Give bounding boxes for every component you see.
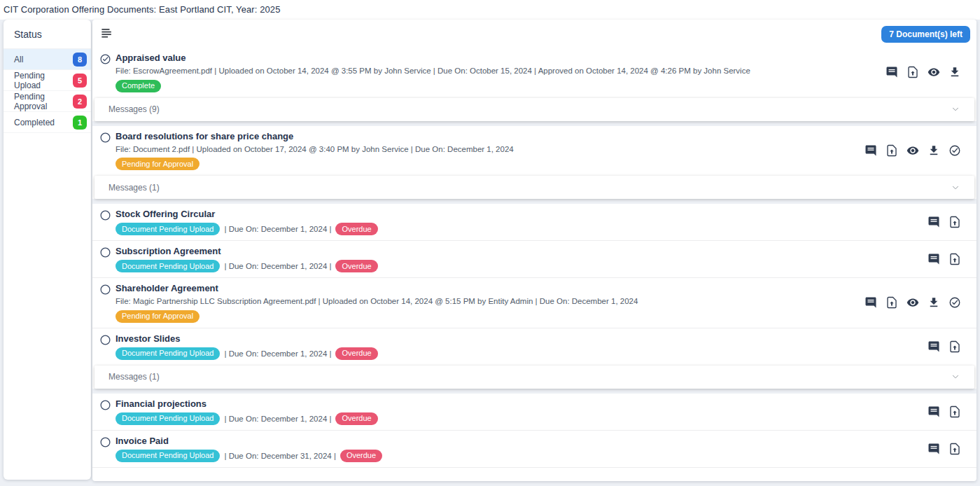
document-row: Board resolutions for share price change… — [92, 126, 976, 176]
upload-file-icon[interactable] — [948, 340, 961, 353]
due-text: | Due On: December 1, 2024 | — [224, 225, 331, 233]
document-meta: File: Magic Partnership LLC Subscription… — [115, 296, 638, 306]
document-title: Invoice Paid — [115, 436, 382, 447]
chevron-down-icon[interactable] — [951, 372, 960, 382]
count-badge: 1 — [73, 116, 87, 130]
chevron-down-icon[interactable] — [951, 183, 960, 193]
overdue-badge: Overdue — [335, 412, 377, 425]
sidebar-item-all[interactable]: All 8 — [4, 49, 91, 70]
window-titlebar: CIT Corporation Offering Documents: East… — [0, 0, 980, 20]
due-text: | Due On: December 1, 2024 | — [224, 349, 331, 358]
document-row: Invoice Paid Document Pending Upload | D… — [92, 430, 976, 467]
circle-icon — [99, 247, 111, 258]
document-title: Board resolutions for share price change — [115, 131, 514, 142]
document-meta: File: Document 2.pdf | Uploaded on Octob… — [115, 144, 514, 154]
circle-icon — [99, 334, 111, 346]
circle-icon — [99, 209, 111, 221]
comment-icon[interactable] — [927, 340, 940, 353]
overdue-badge: Overdue — [340, 450, 382, 462]
row-gap — [92, 121, 976, 126]
upload-file-icon[interactable] — [948, 405, 961, 418]
download-icon[interactable] — [948, 66, 961, 78]
check-circle-icon — [99, 53, 111, 65]
list-menu-icon[interactable] — [100, 27, 113, 40]
row-actions — [864, 144, 961, 157]
comment-icon[interactable] — [927, 405, 940, 418]
upload-file-icon[interactable] — [948, 443, 961, 455]
download-icon[interactable] — [927, 296, 940, 309]
row-actions — [927, 340, 961, 353]
messages-expander[interactable]: Messages (9) — [94, 98, 974, 121]
upload-file-icon[interactable] — [948, 216, 961, 228]
comment-icon[interactable] — [927, 216, 940, 228]
page-title: CIT Corporation Offering Documents: East… — [4, 4, 281, 15]
approve-icon[interactable] — [948, 296, 961, 309]
row-actions — [927, 443, 961, 455]
document-meta: File: EscrowAgreement.pdf | Uploaded on … — [115, 66, 750, 76]
document-row: Subscription Agreement Document Pending … — [92, 240, 976, 277]
comment-icon[interactable] — [927, 253, 940, 265]
document-row: Financial projections Document Pending U… — [92, 394, 976, 430]
count-badge: 8 — [73, 53, 87, 67]
pending-upload-badge: Document Pending Upload — [115, 223, 220, 235]
document-row: Stock Offering Circular Document Pending… — [92, 204, 976, 240]
status-badge: Pending for Approval — [115, 158, 200, 170]
status-badge: Pending for Approval — [115, 310, 200, 323]
document-row: Appraised value File: EscrowAgreement.pd… — [92, 48, 976, 97]
count-badge: 2 — [73, 95, 87, 109]
sidebar-item-label: Completed — [14, 118, 55, 127]
view-icon[interactable] — [927, 66, 940, 78]
due-text: | Due On: December 1, 2024 | — [224, 262, 331, 270]
pending-upload-badge: Document Pending Upload — [115, 260, 220, 272]
upload-file-icon[interactable] — [886, 296, 898, 309]
comment-icon[interactable] — [864, 144, 877, 157]
overdue-badge: Overdue — [335, 347, 377, 360]
messages-expander[interactable]: Messages (1) — [94, 176, 974, 199]
count-badge: 5 — [73, 74, 87, 88]
sidebar-item-label: Pending Approval — [14, 92, 73, 111]
document-row: Shareholder Agreement File: Magic Partne… — [92, 277, 976, 328]
row-actions — [927, 253, 961, 265]
due-text: | Due On: December 1, 2024 | — [224, 415, 331, 423]
overdue-badge: Overdue — [335, 223, 377, 235]
status-badge: Complete — [115, 80, 161, 92]
sidebar-item-label: All — [14, 55, 23, 64]
upload-file-icon[interactable] — [906, 66, 919, 78]
sidebar-item-completed[interactable]: Completed 1 — [4, 112, 91, 133]
documents-panel: 7 Document(s) left Appraised value File:… — [92, 20, 976, 481]
sidebar-heading: Status — [4, 20, 91, 49]
comment-icon[interactable] — [864, 296, 877, 309]
document-title: Subscription Agreement — [115, 246, 378, 257]
row-actions — [864, 296, 961, 309]
sidebar-item-pending-approval[interactable]: Pending Approval 2 — [4, 91, 91, 112]
approve-icon[interactable] — [948, 144, 961, 157]
circle-icon — [99, 132, 111, 144]
status-sidebar: Status All 8 Pending Upload 5 Pending Ap… — [4, 20, 91, 480]
comment-icon[interactable] — [927, 443, 940, 455]
view-icon[interactable] — [906, 296, 919, 309]
download-icon[interactable] — [927, 144, 940, 157]
pending-upload-badge: Document Pending Upload — [115, 450, 220, 462]
row-actions — [927, 405, 961, 418]
document-title: Investor Slides — [115, 333, 378, 345]
row-actions — [886, 66, 961, 78]
list-end-divider — [92, 467, 976, 468]
upload-file-icon[interactable] — [948, 253, 961, 265]
documents-left-button[interactable]: 7 Document(s) left — [881, 26, 970, 43]
sidebar-item-label: Pending Upload — [14, 71, 73, 90]
messages-expander[interactable]: Messages (1) — [94, 366, 974, 389]
row-gap — [92, 199, 976, 204]
upload-file-icon[interactable] — [886, 144, 898, 157]
comment-icon[interactable] — [886, 66, 898, 78]
document-title: Stock Offering Circular — [115, 209, 378, 220]
circle-icon — [99, 284, 111, 296]
view-icon[interactable] — [906, 144, 919, 157]
sidebar-item-pending-upload[interactable]: Pending Upload 5 — [4, 70, 91, 91]
due-text: | Due On: December 31, 2024 | — [224, 452, 335, 460]
row-gap — [92, 389, 976, 394]
chevron-down-icon[interactable] — [951, 104, 960, 114]
messages-label: Messages (9) — [108, 104, 160, 114]
messages-label: Messages (1) — [108, 183, 160, 193]
document-title: Appraised value — [115, 53, 750, 64]
pending-upload-badge: Document Pending Upload — [115, 347, 220, 360]
